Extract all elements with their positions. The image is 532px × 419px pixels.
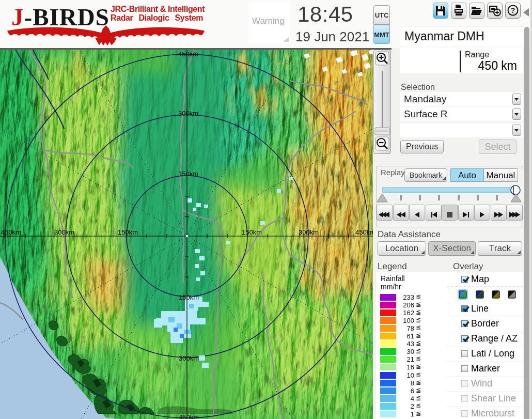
- svg-text:300km: 300km: [54, 228, 74, 236]
- svg-text:300km: 300km: [179, 354, 199, 362]
- svg-text:150km: 150km: [178, 170, 198, 178]
- svg-text:450km: 450km: [1, 228, 21, 236]
- svg-text:?: ?: [511, 6, 515, 14]
- svg-text:300km: 300km: [299, 228, 319, 236]
- svg-text:150km: 150km: [242, 228, 262, 236]
- svg-text:450km: 450km: [355, 228, 373, 236]
- svg-text:450km: 450km: [179, 413, 199, 419]
- svg-text:150km: 150km: [118, 228, 138, 236]
- svg-text:150km: 150km: [179, 293, 199, 301]
- svg-text:300km: 300km: [178, 110, 198, 117]
